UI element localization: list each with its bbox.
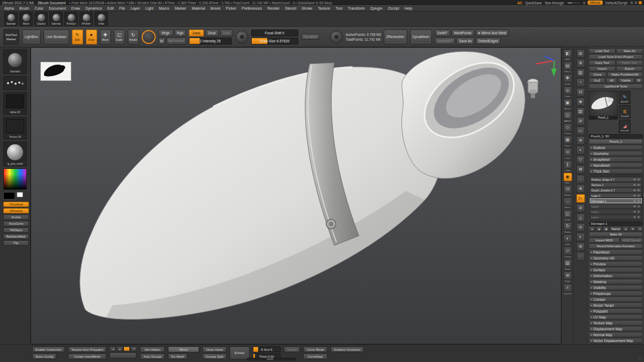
prev-arrow-icon[interactable] xyxy=(109,346,116,351)
shelf-item[interactable]: ✚ Scroll xyxy=(564,74,572,85)
shelf-icon[interactable]: ⊘ xyxy=(576,117,585,125)
palette-section[interactable]: Thick Skin xyxy=(589,168,643,174)
menu-item[interactable]: Preferences xyxy=(241,6,262,10)
shelf-icon[interactable]: ⊕ xyxy=(576,59,585,68)
shelf-icon[interactable]: ◇ xyxy=(564,123,572,132)
create-insertmesh-button[interactable]: Create InsertMesh xyxy=(68,353,107,359)
shelf-icon[interactable]: ⊚ xyxy=(576,242,585,251)
palette-section[interactable]: Displacement Map xyxy=(589,326,643,331)
shelf-item[interactable]: ▥ xyxy=(576,69,585,77)
load-tool-button[interactable]: Load Tool xyxy=(589,48,616,54)
shelf-item[interactable]: ▷ xyxy=(576,194,585,203)
shelf-icon[interactable]: ◎ xyxy=(564,86,572,95)
extract-button[interactable]: Extract xyxy=(230,346,250,359)
shelf-item[interactable]: ⊕ xyxy=(576,59,585,68)
menu-item[interactable]: Dynamics xyxy=(85,6,102,10)
orange-badge-icon[interactable] xyxy=(123,346,130,351)
sculpt-model[interactable] xyxy=(31,48,561,344)
shelf-icon[interactable]: ◈ xyxy=(576,98,585,106)
auto-groups-button[interactable]: Auto Groups xyxy=(140,353,165,359)
sidebar-toggle-button[interactable]: BackfaceMask xyxy=(3,234,29,239)
menu-item[interactable]: Help xyxy=(405,6,412,10)
sidebar-toggle-button[interactable]: Silhouette xyxy=(3,208,29,213)
secondary-color-swatch[interactable] xyxy=(17,192,23,197)
maximize-icon[interactable] xyxy=(634,1,638,4)
move-mode-button[interactable]: ✚ Move xyxy=(100,29,111,45)
sidebar-toggle-button[interactable]: AccuCurve xyxy=(3,221,29,226)
layer-row[interactable]: Logo 1 xyxy=(590,193,642,198)
shelf-item[interactable]: ◇ Persp xyxy=(564,123,572,135)
tray-resize-slider[interactable] xyxy=(247,358,296,360)
shelf-item[interactable]: ⊖ xyxy=(576,223,585,232)
export-button[interactable]: Export xyxy=(616,66,643,71)
shelf-icon[interactable]: ⊙ xyxy=(564,148,572,157)
brush-preset[interactable]: Move xyxy=(19,12,33,26)
zsub-button[interactable]: Zsub xyxy=(205,29,219,36)
focal-shift-icon[interactable] xyxy=(236,31,248,43)
shelf-item[interactable]: ◖ xyxy=(576,146,585,154)
menu-item[interactable]: Color xyxy=(34,6,43,10)
layer-row[interactable]: Damages 1 xyxy=(590,198,642,203)
dynamesh-button[interactable]: DynaMesh xyxy=(410,29,432,45)
menu-item[interactable]: File xyxy=(119,6,125,10)
shelf-icon[interactable]: ▦ xyxy=(564,136,572,144)
menu-item[interactable]: Document xyxy=(49,6,66,10)
shelf-icon[interactable]: ▧ xyxy=(576,107,585,116)
shelf-item[interactable]: ◌ xyxy=(576,175,585,183)
menu-item[interactable]: Tool xyxy=(335,6,342,10)
shelf-item[interactable]: ⊟ xyxy=(576,88,585,97)
shelf-icon[interactable]: ▥ xyxy=(576,69,585,77)
shelf-icon[interactable]: ▭ xyxy=(576,127,585,135)
shelf-item[interactable]: ⊗ xyxy=(576,184,585,193)
palette-section[interactable]: Contact xyxy=(589,297,643,302)
menu-item[interactable]: Transform xyxy=(348,6,365,10)
shelf-icon[interactable]: ▷ xyxy=(576,194,585,203)
mini-slider[interactable] xyxy=(109,352,136,358)
material-tile[interactable]: tg_grey_metal xyxy=(3,142,27,166)
shelf-icon[interactable]: ≡ xyxy=(564,284,572,292)
dynamic-button[interactable]: Dynamic xyxy=(301,34,320,40)
shelf-item[interactable]: ↔ Move xyxy=(564,197,572,209)
palette-section[interactable]: Vector Displacement Map xyxy=(589,338,643,343)
shelf-item[interactable]: ▧ xyxy=(576,107,585,116)
menu-item[interactable]: Zscript xyxy=(388,6,399,10)
layer-name-button[interactable]: Name xyxy=(610,226,622,231)
shelf-item[interactable]: ↻ Rotate xyxy=(564,222,572,233)
z-intensity-slider[interactable]: Z Intensity 25 xyxy=(189,38,232,45)
shelf-icon[interactable]: ◔ xyxy=(576,78,585,87)
rgb-button[interactable]: Rgb xyxy=(174,29,186,36)
resize-grip[interactable] xyxy=(638,357,642,361)
shelf-item[interactable]: ⊛ xyxy=(576,136,585,145)
palette-section[interactable]: Morph Target xyxy=(589,302,643,308)
brush-preset[interactable]: Standar xyxy=(4,12,18,26)
shelf-icon[interactable]: ▣ xyxy=(564,99,572,107)
shelf-item[interactable]: ∥ L.Sym xyxy=(564,160,572,172)
menu-item[interactable]: Movie xyxy=(210,6,221,10)
menu-item[interactable]: Light xyxy=(145,6,153,10)
copy-tool-button[interactable]: Copy Tool xyxy=(589,60,616,65)
palette-section[interactable]: Polygroups xyxy=(589,291,643,296)
shelf-icon[interactable]: ◖ xyxy=(576,146,585,154)
shelf-item[interactable]: ≡ Line Fill xyxy=(564,284,572,295)
shelf-item[interactable]: ⊚ xyxy=(576,242,585,251)
goz-button[interactable]: GoZ xyxy=(589,78,605,83)
zcut-button[interactable]: Zcut xyxy=(220,29,233,36)
menu-item[interactable]: Picker xyxy=(226,6,236,10)
window-controls[interactable] xyxy=(630,1,642,4)
close-icon[interactable] xyxy=(639,1,642,4)
menu-item[interactable]: Material xyxy=(192,6,205,10)
menu-item[interactable]: Draw xyxy=(71,6,80,10)
goz-all-button[interactable]: All xyxy=(606,78,617,83)
tool-thumbnail[interactable]: S SimpleB xyxy=(619,105,631,119)
shelf-item[interactable]: ⊜ xyxy=(576,204,585,212)
clone-button[interactable]: Clone xyxy=(589,72,606,77)
detect-edges-button[interactable]: DetectEdges xyxy=(475,38,501,45)
active-subtool-button[interactable]: Pouch_1 xyxy=(589,139,643,144)
mrgb-button[interactable]: Mrgb xyxy=(158,29,173,36)
see-through-slider[interactable] xyxy=(567,2,581,4)
menu-item[interactable]: Texture xyxy=(318,6,330,10)
edit-mode-button[interactable]: ✎ Edit xyxy=(72,29,83,45)
texture-from-polypaint-button[interactable]: Texture from Polypaint xyxy=(68,346,107,352)
tool-thumbnail[interactable]: ✎ AlphaBr xyxy=(619,91,631,104)
shelf-item[interactable]: ▽ xyxy=(576,156,585,164)
